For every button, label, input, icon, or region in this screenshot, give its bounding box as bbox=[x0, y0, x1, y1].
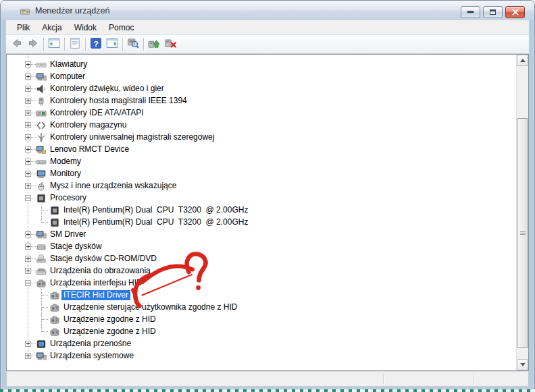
window-title: Menedżer urządzeń bbox=[35, 6, 109, 16]
vertical-scrollbar[interactable] bbox=[516, 55, 528, 370]
maximize-button[interactable] bbox=[483, 6, 503, 18]
tree-item-label: Komputer bbox=[48, 72, 87, 82]
title-bar[interactable]: Menedżer urządzeń bbox=[1, 1, 534, 20]
keyboard-icon bbox=[36, 59, 47, 70]
tree-item[interactable]: Urządzenia przenośne bbox=[7, 338, 517, 350]
tree-item[interactable]: Procesory bbox=[7, 192, 517, 204]
tree-item[interactable]: Intel(R) Pentium(R) Dual CPU T3200 @ 2.0… bbox=[7, 217, 517, 229]
menu-item-pomoc[interactable]: Pomoc bbox=[103, 22, 140, 34]
scroll-down-button[interactable] bbox=[517, 359, 528, 370]
tree-connector bbox=[31, 137, 36, 138]
tree-item[interactable]: Modemy bbox=[7, 156, 517, 168]
expand-plus-toggle[interactable] bbox=[25, 61, 31, 67]
expand-plus-toggle[interactable] bbox=[25, 110, 31, 116]
collapse-minus-toggle[interactable] bbox=[25, 280, 31, 286]
tree-item[interactable]: Kontrolery IDE ATA/ATAPI bbox=[7, 107, 517, 119]
tree-connector bbox=[41, 326, 48, 332]
tree-item[interactable]: Kontrolery hosta magistrali IEEE 1394 bbox=[7, 95, 517, 107]
tree-connector bbox=[41, 204, 48, 211]
expand-plus-toggle[interactable] bbox=[25, 256, 31, 262]
tree-item-label: Kontrolery IDE ATA/ATAPI bbox=[48, 108, 146, 118]
tree-item[interactable]: Stacje dysków CD-ROM/DVD bbox=[7, 253, 517, 265]
tree-item[interactable]: Komputer bbox=[7, 71, 517, 83]
tree-item-label: Urządzenia interfejsu HID bbox=[48, 278, 145, 288]
tree-item-label: Stacje dysków bbox=[48, 242, 104, 252]
tree-item-label: SM Driver bbox=[48, 229, 88, 240]
tree-item-label: Urządzenia systemowe bbox=[48, 351, 136, 361]
expand-plus-toggle[interactable] bbox=[25, 159, 31, 165]
tree-connector bbox=[31, 88, 36, 89]
menu-item-akcja[interactable]: Akcja bbox=[36, 22, 68, 34]
scrollbar-thumb[interactable] bbox=[517, 118, 528, 348]
tree-connector bbox=[41, 296, 43, 302]
minimize-button[interactable] bbox=[461, 6, 480, 18]
computer-icon bbox=[36, 72, 47, 82]
expand-plus-toggle[interactable] bbox=[25, 146, 31, 152]
expand-plus-toggle[interactable] bbox=[25, 134, 31, 140]
forward-button[interactable] bbox=[25, 36, 41, 52]
hid-icon bbox=[36, 278, 47, 289]
expand-plus-toggle[interactable] bbox=[25, 353, 31, 359]
expand-plus-toggle[interactable] bbox=[25, 244, 31, 250]
tree-item[interactable]: Urządzenia do obrazowania bbox=[7, 265, 517, 277]
expand-plus-toggle[interactable] bbox=[25, 231, 31, 237]
expand-plus-toggle[interactable] bbox=[25, 268, 31, 274]
uninstall-device-icon bbox=[164, 37, 176, 52]
tree-item[interactable]: Lenovo RMCT Device bbox=[7, 144, 517, 156]
expand-plus-toggle[interactable] bbox=[25, 341, 31, 347]
tree-item[interactable]: Urządzenie sterujące użytkownika zgodne … bbox=[7, 302, 517, 314]
tree-item[interactable]: Urządzenia interfejsu HID bbox=[7, 277, 517, 289]
expand-plus-toggle[interactable] bbox=[25, 98, 31, 104]
show-action-pane-icon bbox=[106, 37, 118, 52]
processor-icon bbox=[36, 193, 47, 204]
show-console-tree-icon bbox=[48, 37, 60, 52]
show-action-pane-button[interactable] bbox=[104, 36, 120, 52]
toolbar: ? bbox=[6, 35, 529, 54]
tree-item[interactable]: Urządzenie zgodne z HID bbox=[7, 314, 517, 326]
device-manager-icon bbox=[20, 5, 30, 16]
tree-item-label: Klawiatury bbox=[48, 59, 89, 69]
collapse-minus-toggle[interactable] bbox=[25, 195, 31, 201]
show-console-tree-button[interactable] bbox=[46, 36, 62, 52]
menu-item-widok[interactable]: Widok bbox=[68, 22, 103, 34]
tree-item[interactable]: Urządzenie zgodne z HID bbox=[7, 326, 517, 338]
toolbar-separator bbox=[143, 38, 144, 51]
tree-item[interactable]: Klawiatury bbox=[7, 59, 517, 71]
tree-item[interactable]: Intel(R) Pentium(R) Dual CPU T3200 @ 2.0… bbox=[7, 204, 517, 217]
tree-item[interactable]: Kontrolery uniwersalnej magistrali szere… bbox=[7, 132, 517, 144]
expand-plus-toggle[interactable] bbox=[25, 86, 31, 92]
scroll-up-button[interactable] bbox=[517, 55, 528, 66]
tree-item-label: Modemy bbox=[48, 157, 83, 167]
ide-controller-icon bbox=[36, 108, 47, 119]
scan-hardware-changes-button[interactable] bbox=[125, 36, 141, 52]
menu-item-plik[interactable]: Plik bbox=[11, 22, 36, 34]
update-driver-button[interactable] bbox=[146, 36, 162, 52]
tree-item[interactable]: Kontrolery magazynu bbox=[7, 119, 517, 132]
tree-item[interactable]: SM Driver bbox=[7, 229, 517, 241]
tree-item[interactable]: Stacje dysków bbox=[7, 241, 517, 253]
tree-connector bbox=[31, 283, 36, 283]
uninstall-device-button[interactable] bbox=[162, 36, 178, 52]
back-button[interactable] bbox=[9, 36, 25, 52]
tree-connector bbox=[41, 320, 43, 326]
tree-item-label: Urządzenie zgodne z HID bbox=[61, 314, 158, 325]
back-icon bbox=[11, 37, 23, 52]
tree-connector bbox=[31, 125, 36, 125]
arrow-up-icon bbox=[520, 59, 526, 62]
help-button[interactable]: ? bbox=[88, 36, 104, 52]
processor-icon bbox=[49, 217, 60, 228]
tree-item[interactable]: Kontrolery dźwięku, wideo i gier bbox=[7, 83, 517, 95]
expand-plus-toggle[interactable] bbox=[25, 171, 31, 177]
tree-item[interactable]: ITECIR Hid Driver bbox=[7, 289, 517, 302]
expand-plus-toggle[interactable] bbox=[25, 183, 31, 189]
tree-item[interactable]: Monitory bbox=[7, 168, 517, 180]
expand-plus-toggle[interactable] bbox=[25, 122, 31, 128]
tree-item[interactable]: Urządzenia systemowe bbox=[7, 350, 517, 362]
tree-item-label: Urządzenie zgodne z HID bbox=[61, 327, 158, 337]
tree-item[interactable]: Mysz i inne urządzenia wskazujące bbox=[7, 180, 517, 192]
hid-icon bbox=[49, 302, 60, 313]
forward-icon bbox=[27, 37, 39, 52]
properties-button[interactable] bbox=[67, 36, 83, 52]
close-button[interactable] bbox=[505, 6, 525, 18]
expand-plus-toggle[interactable] bbox=[25, 74, 31, 80]
